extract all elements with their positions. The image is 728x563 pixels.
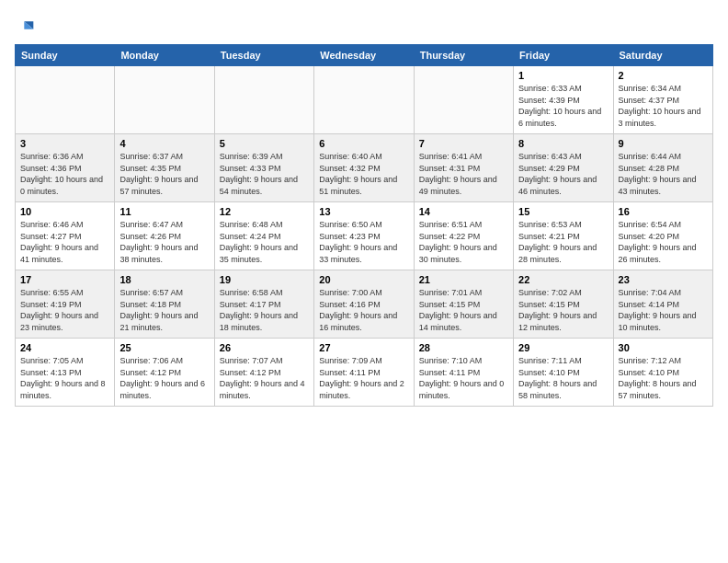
day-info: Sunrise: 6:51 AMSunset: 4:22 PMDaylight:… [419,219,508,265]
calendar-cell: 9Sunrise: 6:44 AMSunset: 4:28 PMDaylight… [613,134,712,202]
day-number: 29 [518,342,608,353]
day-number: 17 [20,274,109,285]
day-number: 26 [220,342,309,353]
day-info: Sunrise: 6:47 AMSunset: 4:26 PMDaylight:… [119,219,209,265]
col-header-saturday: Saturday [613,45,712,66]
day-info: Sunrise: 6:40 AMSunset: 4:32 PMDaylight:… [319,151,408,197]
col-header-thursday: Thursday [414,45,513,66]
calendar-cell: 18Sunrise: 6:57 AMSunset: 4:18 PMDayligh… [115,270,214,339]
day-number: 19 [220,274,309,285]
day-number: 18 [119,274,209,285]
calendar-cell: 29Sunrise: 7:11 AMSunset: 4:10 PMDayligh… [514,339,613,407]
calendar-week-row: 17Sunrise: 6:55 AMSunset: 4:19 PMDayligh… [16,270,713,339]
day-number: 13 [319,206,408,217]
day-info: Sunrise: 6:33 AMSunset: 4:39 PMDaylight:… [518,83,608,129]
page-header [15,15,713,35]
day-info: Sunrise: 6:48 AMSunset: 4:24 PMDaylight:… [220,219,309,265]
col-header-monday: Monday [115,45,214,66]
day-number: 20 [319,274,408,285]
calendar-cell: 13Sunrise: 6:50 AMSunset: 4:23 PMDayligh… [314,202,414,270]
day-number: 10 [20,206,109,217]
calendar-cell: 4Sunrise: 6:37 AMSunset: 4:35 PMDaylight… [115,134,214,202]
logo [15,15,35,35]
calendar-cell: 23Sunrise: 7:04 AMSunset: 4:14 PMDayligh… [613,270,712,339]
calendar-cell [414,66,513,134]
day-number: 5 [220,138,309,149]
calendar-cell: 14Sunrise: 6:51 AMSunset: 4:22 PMDayligh… [414,202,513,270]
day-info: Sunrise: 6:36 AMSunset: 4:36 PMDaylight:… [20,151,109,197]
calendar-cell: 24Sunrise: 7:05 AMSunset: 4:13 PMDayligh… [16,339,115,407]
calendar-cell: 12Sunrise: 6:48 AMSunset: 4:24 PMDayligh… [214,202,313,270]
calendar-week-row: 24Sunrise: 7:05 AMSunset: 4:13 PMDayligh… [16,339,713,407]
calendar-cell [214,66,313,134]
day-number: 11 [119,206,209,217]
day-info: Sunrise: 7:02 AMSunset: 4:15 PMDaylight:… [518,287,608,333]
day-number: 8 [518,138,608,149]
day-number: 7 [419,138,508,149]
calendar-cell: 15Sunrise: 6:53 AMSunset: 4:21 PMDayligh… [514,202,613,270]
calendar-cell [115,66,214,134]
day-info: Sunrise: 7:07 AMSunset: 4:12 PMDaylight:… [220,355,309,401]
calendar-week-row: 3Sunrise: 6:36 AMSunset: 4:36 PMDaylight… [16,134,713,202]
day-info: Sunrise: 6:41 AMSunset: 4:31 PMDaylight:… [419,151,508,197]
day-info: Sunrise: 7:00 AMSunset: 4:16 PMDaylight:… [319,287,408,333]
day-number: 2 [619,70,708,81]
calendar-cell: 16Sunrise: 6:54 AMSunset: 4:20 PMDayligh… [613,202,712,270]
day-number: 12 [220,206,309,217]
calendar-cell: 20Sunrise: 7:00 AMSunset: 4:16 PMDayligh… [314,270,414,339]
col-header-sunday: Sunday [16,45,115,66]
day-info: Sunrise: 6:53 AMSunset: 4:21 PMDaylight:… [518,219,608,265]
day-number: 16 [619,206,708,217]
day-info: Sunrise: 6:55 AMSunset: 4:19 PMDaylight:… [20,287,109,333]
day-number: 14 [419,206,508,217]
day-info: Sunrise: 6:57 AMSunset: 4:18 PMDaylight:… [119,287,209,333]
calendar-cell: 11Sunrise: 6:47 AMSunset: 4:26 PMDayligh… [115,202,214,270]
calendar-cell [16,66,115,134]
day-info: Sunrise: 7:05 AMSunset: 4:13 PMDaylight:… [20,355,109,401]
calendar-cell: 21Sunrise: 7:01 AMSunset: 4:15 PMDayligh… [414,270,513,339]
day-info: Sunrise: 6:46 AMSunset: 4:27 PMDaylight:… [20,219,109,265]
day-number: 15 [518,206,608,217]
day-info: Sunrise: 7:11 AMSunset: 4:10 PMDaylight:… [518,355,608,401]
logo-icon [17,18,35,37]
calendar-cell: 10Sunrise: 6:46 AMSunset: 4:27 PMDayligh… [16,202,115,270]
calendar-cell: 25Sunrise: 7:06 AMSunset: 4:12 PMDayligh… [115,339,214,407]
calendar-cell: 5Sunrise: 6:39 AMSunset: 4:33 PMDaylight… [214,134,313,202]
calendar-cell: 26Sunrise: 7:07 AMSunset: 4:12 PMDayligh… [214,339,313,407]
calendar-table: SundayMondayTuesdayWednesdayThursdayFrid… [15,44,713,407]
col-header-tuesday: Tuesday [214,45,313,66]
day-number: 28 [419,342,508,353]
calendar-header-row: SundayMondayTuesdayWednesdayThursdayFrid… [16,45,713,66]
day-info: Sunrise: 7:09 AMSunset: 4:11 PMDaylight:… [319,355,408,401]
calendar-cell: 22Sunrise: 7:02 AMSunset: 4:15 PMDayligh… [514,270,613,339]
calendar-cell: 27Sunrise: 7:09 AMSunset: 4:11 PMDayligh… [314,339,414,407]
calendar-cell [314,66,414,134]
day-info: Sunrise: 6:43 AMSunset: 4:29 PMDaylight:… [518,151,608,197]
day-info: Sunrise: 7:06 AMSunset: 4:12 PMDaylight:… [119,355,209,401]
calendar-cell: 8Sunrise: 6:43 AMSunset: 4:29 PMDaylight… [514,134,613,202]
day-info: Sunrise: 7:04 AMSunset: 4:14 PMDaylight:… [619,287,708,333]
day-number: 21 [419,274,508,285]
calendar-week-row: 1Sunrise: 6:33 AMSunset: 4:39 PMDaylight… [16,66,713,134]
day-number: 1 [518,70,608,81]
day-info: Sunrise: 6:54 AMSunset: 4:20 PMDaylight:… [619,219,708,265]
calendar-cell: 6Sunrise: 6:40 AMSunset: 4:32 PMDaylight… [314,134,414,202]
col-header-friday: Friday [514,45,613,66]
calendar-cell: 7Sunrise: 6:41 AMSunset: 4:31 PMDaylight… [414,134,513,202]
day-info: Sunrise: 6:39 AMSunset: 4:33 PMDaylight:… [220,151,309,197]
calendar-cell: 30Sunrise: 7:12 AMSunset: 4:10 PMDayligh… [613,339,712,407]
day-info: Sunrise: 7:01 AMSunset: 4:15 PMDaylight:… [419,287,508,333]
day-number: 3 [20,138,109,149]
day-info: Sunrise: 6:37 AMSunset: 4:35 PMDaylight:… [119,151,209,197]
day-number: 22 [518,274,608,285]
day-info: Sunrise: 6:58 AMSunset: 4:17 PMDaylight:… [220,287,309,333]
calendar-cell: 2Sunrise: 6:34 AMSunset: 4:37 PMDaylight… [613,66,712,134]
calendar-cell: 19Sunrise: 6:58 AMSunset: 4:17 PMDayligh… [214,270,313,339]
day-number: 6 [319,138,408,149]
day-info: Sunrise: 6:44 AMSunset: 4:28 PMDaylight:… [619,151,708,197]
col-header-wednesday: Wednesday [314,45,414,66]
day-number: 9 [619,138,708,149]
day-number: 30 [619,342,708,353]
day-number: 4 [119,138,209,149]
day-number: 25 [119,342,209,353]
